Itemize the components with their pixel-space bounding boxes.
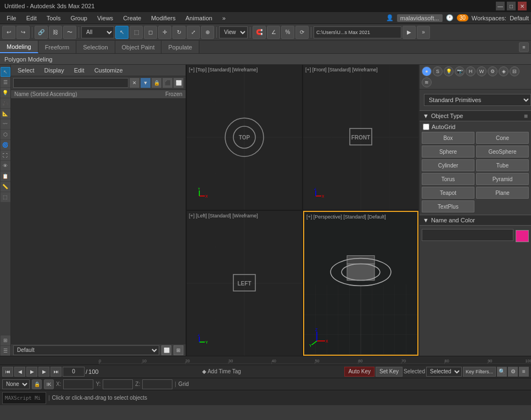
viewport-top[interactable]: [+] [Top] [Standard] [Wireframe] TOP: [187, 65, 302, 210]
snap-angle-button[interactable]: ∠: [267, 26, 280, 39]
filter-dropdown[interactable]: All: [81, 26, 114, 38]
auto-key-button[interactable]: Auto Key: [344, 367, 375, 377]
lock-button[interactable]: 🔒: [32, 379, 42, 389]
menu-file[interactable]: File: [2, 14, 21, 23]
z-coord-input[interactable]: [142, 379, 172, 389]
maximize-button[interactable]: □: [507, 2, 516, 10]
go-end-button[interactable]: ⏭: [51, 367, 62, 377]
strip-spline-icon[interactable]: 〰: [1, 119, 10, 129]
strip-select-icon[interactable]: ↖: [1, 67, 10, 77]
rp-helper-icon[interactable]: H: [466, 66, 476, 76]
strip-geo-icon[interactable]: ⬡: [1, 130, 10, 139]
name-color-header[interactable]: ▼ Name and Color: [420, 215, 531, 226]
path-input[interactable]: [314, 26, 401, 38]
se-select-btn[interactable]: Select: [13, 66, 39, 75]
search-filter-button[interactable]: ▼: [141, 78, 150, 88]
rotate-button[interactable]: ↻: [172, 26, 186, 39]
rp-geometry-icon[interactable]: ●: [422, 66, 432, 76]
go-start-button[interactable]: ⏮: [2, 367, 13, 377]
layer-btn-1[interactable]: ⬜: [161, 345, 171, 355]
tabs-more-button[interactable]: ≡: [519, 42, 529, 52]
menu-modifiers[interactable]: Modifiers: [147, 14, 180, 23]
rp-icon-4[interactable]: ◈: [499, 66, 508, 76]
next-frame-button[interactable]: ▶: [38, 367, 49, 377]
primitives-dropdown[interactable]: Standard Primitives: [424, 94, 531, 106]
btn-cone[interactable]: Cone: [476, 132, 529, 144]
menu-create[interactable]: Create: [119, 14, 146, 23]
set-key-button[interactable]: Set Key: [376, 367, 403, 377]
tab-object-paint[interactable]: Object Paint: [115, 41, 162, 53]
strip-env-icon[interactable]: ⬚: [1, 192, 10, 202]
selected-dropdown[interactable]: Selected: [426, 367, 462, 377]
btn-plane[interactable]: Plane: [476, 187, 529, 199]
rp-light-icon[interactable]: 💡: [444, 66, 454, 76]
ik-button[interactable]: IK: [44, 379, 54, 389]
strip-layer-mgr-icon[interactable]: ☰: [1, 346, 10, 356]
minimize-button[interactable]: —: [496, 2, 505, 10]
btn-textplus[interactable]: TextPlus: [422, 200, 474, 212]
anim-options-button[interactable]: ⚙: [508, 367, 518, 377]
scene-list[interactable]: [11, 99, 186, 344]
search-opt1-button[interactable]: ⬛: [163, 78, 172, 88]
btn-cylinder[interactable]: Cylinder: [422, 159, 474, 171]
tb-more[interactable]: »: [417, 26, 430, 39]
se-display-btn[interactable]: Display: [40, 66, 69, 75]
rp-icon-5[interactable]: ⊟: [510, 66, 519, 76]
btn-box[interactable]: Box: [422, 132, 474, 144]
strip-note-icon[interactable]: 📋: [1, 171, 10, 181]
strip-helper-icon[interactable]: 🌀: [1, 140, 10, 150]
menu-group[interactable]: Group: [66, 14, 92, 23]
strip-eye-icon[interactable]: 👁: [1, 161, 10, 171]
rp-space-icon[interactable]: W: [477, 66, 487, 76]
add-time-tag-label[interactable]: Add Time Tag: [208, 368, 241, 374]
btn-sphere[interactable]: Sphere: [422, 145, 474, 158]
search-lock-button[interactable]: 🔒: [152, 78, 161, 88]
viewport-perspective[interactable]: [+] [Perspective] [Standard] [Default]: [303, 211, 418, 356]
strip-layer-icon[interactable]: ☰: [1, 77, 10, 87]
viewport-front[interactable]: [+] [Front] [Standard] [Wireframe] FRONT: [303, 65, 418, 210]
btn-pyramid[interactable]: Pyramid: [476, 173, 529, 185]
prev-frame-button[interactable]: ◀: [14, 367, 25, 377]
strip-measure-icon[interactable]: 📏: [1, 182, 10, 192]
search-clear-button[interactable]: ✕: [130, 78, 139, 88]
btn-geosphere[interactable]: GeoSphere: [476, 145, 529, 158]
tab-freeform[interactable]: Freeform: [38, 41, 77, 53]
anim-search-button[interactable]: 🔍: [497, 367, 507, 377]
strip-space-icon[interactable]: ⛶: [1, 150, 10, 160]
rp-icon-6[interactable]: ≋: [422, 77, 432, 87]
close-button[interactable]: ✕: [518, 2, 527, 10]
none-dropdown[interactable]: None: [2, 379, 30, 389]
redo-button[interactable]: ↪: [16, 26, 30, 39]
strip-shape-icon[interactable]: 📐: [1, 109, 10, 119]
layer-dropdown[interactable]: Default: [13, 345, 159, 355]
rp-shape-icon[interactable]: S: [433, 66, 443, 76]
scene-search-input[interactable]: [13, 78, 128, 88]
scale-button[interactable]: ⤢: [187, 26, 200, 39]
unlink-button[interactable]: ⛓: [49, 26, 62, 39]
strip-layer-add-icon[interactable]: ⊞: [1, 335, 10, 345]
object-name-input[interactable]: [422, 229, 513, 241]
path-browse-button[interactable]: ▶: [403, 26, 416, 39]
color-swatch[interactable]: [516, 230, 529, 242]
window-controls[interactable]: — □ ✕: [496, 2, 527, 10]
rp-camera-icon[interactable]: 📷: [455, 66, 465, 76]
bind-button[interactable]: 〜: [63, 26, 76, 39]
snap-3d-button[interactable]: 🧲: [253, 26, 266, 39]
y-coord-input[interactable]: [103, 379, 133, 389]
scene-name-col[interactable]: Name (Sorted Ascending): [14, 91, 165, 97]
key-filters-button[interactable]: Key Filters...: [463, 367, 496, 377]
object-type-header[interactable]: ▼ Object Type ◼: [420, 110, 531, 121]
pivot-button[interactable]: ⊕: [201, 26, 214, 39]
menu-edit[interactable]: Edit: [22, 14, 41, 23]
rp-systems-icon[interactable]: ⚙: [488, 66, 498, 76]
snap-percent-button[interactable]: %: [281, 26, 294, 39]
maxscript-input[interactable]: [2, 392, 46, 404]
strip-camera-icon[interactable]: 🎥: [1, 98, 10, 108]
view-dropdown[interactable]: View: [219, 26, 248, 38]
snap-spinner-button[interactable]: ⟳: [295, 26, 309, 39]
btn-tube[interactable]: Tube: [476, 159, 529, 171]
play-button[interactable]: ▶: [26, 367, 37, 377]
undo-button[interactable]: ↩: [2, 26, 15, 39]
select-region-button[interactable]: ⬚: [130, 26, 143, 39]
menu-more[interactable]: »: [218, 14, 230, 23]
